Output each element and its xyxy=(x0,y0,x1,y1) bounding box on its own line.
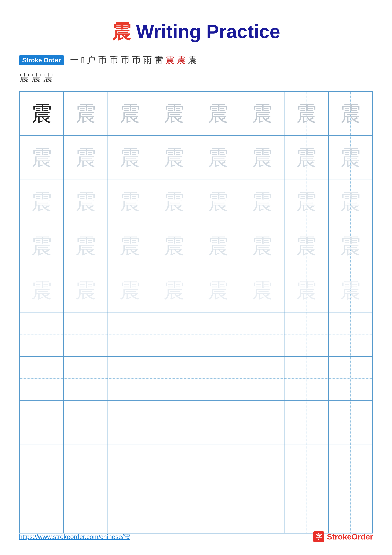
grid-cell[interactable]: 震 xyxy=(108,136,152,180)
stroke-6: 币 xyxy=(121,54,129,66)
grid-cell[interactable] xyxy=(196,357,240,401)
brand-name: StrokeOrder xyxy=(327,532,373,541)
grid-cell[interactable]: 震 xyxy=(20,224,64,268)
grid-cell[interactable] xyxy=(20,401,64,445)
grid-cell[interactable] xyxy=(240,312,284,357)
grid-cell[interactable] xyxy=(64,312,108,357)
grid-cell[interactable]: 震 xyxy=(108,268,152,312)
footer-brand: 字 StrokeOrder xyxy=(313,531,373,542)
grid-cell[interactable] xyxy=(20,357,64,401)
grid-cell[interactable]: 震 xyxy=(20,91,64,136)
stroke-14: 震 xyxy=(31,71,41,85)
grid-cell[interactable] xyxy=(152,489,196,533)
grid-cell[interactable] xyxy=(284,401,328,445)
grid-cell[interactable]: 震 xyxy=(284,91,328,136)
grid-cell[interactable]: 震 xyxy=(108,91,152,136)
grid-cell[interactable]: 震 xyxy=(328,180,372,224)
page-title: 震 Writing Practice xyxy=(19,19,373,45)
footer-url[interactable]: https://www.strokeorder.com/chinese/震 xyxy=(19,533,130,541)
grid-cell[interactable]: 震 xyxy=(328,91,372,136)
grid-cell[interactable] xyxy=(64,489,108,533)
grid-cell[interactable] xyxy=(108,445,152,489)
grid-cell[interactable] xyxy=(284,312,328,357)
grid-cell[interactable]: 震 xyxy=(152,268,196,312)
grid-cell[interactable]: 震 xyxy=(152,180,196,224)
grid-cell[interactable] xyxy=(240,489,284,533)
stroke-order-chars-row2: 震 震 震 xyxy=(19,71,373,85)
grid-cell[interactable]: 震 xyxy=(196,224,240,268)
footer: https://www.strokeorder.com/chinese/震 字 … xyxy=(19,531,373,542)
grid-cell[interactable]: 震 xyxy=(20,180,64,224)
grid-cell[interactable] xyxy=(328,312,372,357)
stroke-2: 𠃌 xyxy=(81,55,85,65)
grid-cell[interactable] xyxy=(284,445,328,489)
grid-cell[interactable] xyxy=(284,357,328,401)
grid-cell[interactable]: 震 xyxy=(64,224,108,268)
grid-cell[interactable]: 震 xyxy=(152,224,196,268)
grid-cell[interactable] xyxy=(240,401,284,445)
grid-cell[interactable] xyxy=(196,489,240,533)
grid-cell[interactable]: 震 xyxy=(240,268,284,312)
stroke-7: 币 xyxy=(132,54,141,66)
grid-cell[interactable] xyxy=(152,357,196,401)
grid-cell[interactable] xyxy=(108,357,152,401)
grid-cell[interactable]: 震 xyxy=(196,180,240,224)
grid-cell[interactable]: 震 xyxy=(328,268,372,312)
grid-cell[interactable]: 震 xyxy=(196,91,240,136)
grid-cell[interactable]: 震 xyxy=(240,136,284,180)
grid-cell[interactable] xyxy=(328,357,372,401)
grid-cell[interactable]: 震 xyxy=(240,91,284,136)
grid-cell[interactable] xyxy=(196,401,240,445)
grid-cell[interactable] xyxy=(328,445,372,489)
grid-cell[interactable] xyxy=(64,401,108,445)
grid-cell[interactable]: 震 xyxy=(64,180,108,224)
grid-cell[interactable] xyxy=(108,489,152,533)
stroke-order-section: Stroke Order 一 𠃌 户 币 币 币 币 雨 雷 震 震 震 xyxy=(19,54,373,66)
grid-cell[interactable] xyxy=(108,401,152,445)
grid-cell[interactable] xyxy=(240,445,284,489)
grid-cell[interactable]: 震 xyxy=(240,224,284,268)
grid-cell[interactable]: 震 xyxy=(152,91,196,136)
grid-cell[interactable]: 震 xyxy=(284,224,328,268)
grid-row-2: 震 震 震 震 震 震 震 震 xyxy=(20,136,372,180)
grid-cell[interactable] xyxy=(20,312,64,357)
brand-name-order: Order xyxy=(351,532,373,541)
grid-cell[interactable]: 震 xyxy=(196,268,240,312)
stroke-3: 户 xyxy=(87,54,96,66)
grid-cell[interactable] xyxy=(152,401,196,445)
grid-cell[interactable] xyxy=(152,312,196,357)
grid-cell[interactable]: 震 xyxy=(328,136,372,180)
grid-cell[interactable] xyxy=(284,489,328,533)
grid-cell[interactable]: 震 xyxy=(152,136,196,180)
grid-cell[interactable] xyxy=(328,401,372,445)
title-text: Writing Practice xyxy=(131,21,280,42)
grid-cell[interactable]: 震 xyxy=(284,268,328,312)
grid-row-1: 震 震 震 震 震 震 震 震 xyxy=(20,91,372,136)
grid-cell[interactable] xyxy=(196,445,240,489)
grid-cell[interactable]: 震 xyxy=(108,224,152,268)
stroke-order-chars-row1: 一 𠃌 户 币 币 币 币 雨 雷 震 震 震 xyxy=(69,54,373,66)
grid-cell[interactable]: 震 xyxy=(108,180,152,224)
grid-cell[interactable] xyxy=(20,489,64,533)
stroke-9: 雷 xyxy=(154,54,163,66)
grid-cell[interactable] xyxy=(64,357,108,401)
grid-cell[interactable]: 震 xyxy=(284,180,328,224)
grid-cell[interactable] xyxy=(240,357,284,401)
stroke-8: 雨 xyxy=(143,54,152,66)
grid-cell[interactable]: 震 xyxy=(64,268,108,312)
grid-cell[interactable] xyxy=(328,489,372,533)
grid-table: 震 震 震 震 震 震 震 震 xyxy=(19,91,373,533)
grid-cell[interactable]: 震 xyxy=(240,180,284,224)
grid-cell[interactable] xyxy=(64,445,108,489)
grid-cell[interactable]: 震 xyxy=(20,136,64,180)
grid-cell[interactable]: 震 xyxy=(64,136,108,180)
grid-cell[interactable]: 震 xyxy=(328,224,372,268)
grid-cell[interactable]: 震 xyxy=(284,136,328,180)
grid-cell[interactable] xyxy=(20,445,64,489)
grid-cell[interactable] xyxy=(152,445,196,489)
grid-cell[interactable]: 震 xyxy=(196,136,240,180)
grid-cell[interactable]: 震 xyxy=(64,91,108,136)
grid-cell[interactable] xyxy=(196,312,240,357)
grid-cell[interactable]: 震 xyxy=(20,268,64,312)
grid-cell[interactable] xyxy=(108,312,152,357)
